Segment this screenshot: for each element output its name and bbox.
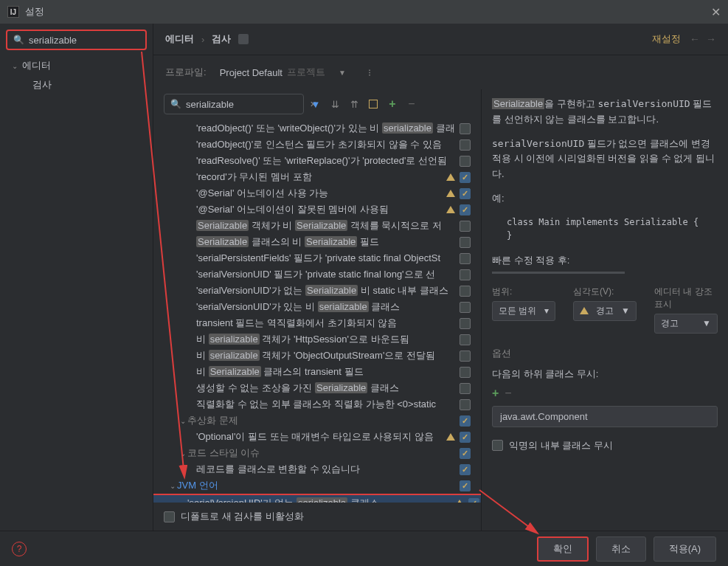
highlight-label: 에디터 내 강조표시	[654, 286, 718, 311]
tree-row-label: 'Optional'이 필드 또는 매개변수 타입으로 사용되지 않음	[196, 430, 446, 444]
tree-row[interactable]: '@Serial' 어노데이션이 잘못된 멤버에 사용됨	[153, 201, 481, 218]
checkbox[interactable]	[492, 440, 503, 451]
sidebar-search[interactable]: 🔍 ✕	[6, 30, 147, 50]
severity-dropdown[interactable]: 경고 ▼	[573, 301, 637, 321]
tree-row[interactable]: '@Serial' 어노데이션 사용 가능	[153, 185, 481, 201]
inspection-search[interactable]: 🔍 ✕	[164, 94, 304, 114]
breadcrumb-inspection: 검사	[212, 32, 231, 46]
search-icon: 🔍	[170, 99, 181, 109]
checkbox[interactable]	[460, 318, 471, 329]
footer: ? 확인 취소 적용(A)	[0, 531, 728, 566]
profile-name: Project Default	[220, 67, 282, 78]
add-class-button[interactable]: +	[492, 387, 499, 400]
tree-row[interactable]: Serializable 클래스의 비 Serializable 필드	[153, 234, 481, 250]
warning-icon	[455, 500, 464, 503]
checkbox[interactable]	[460, 156, 471, 167]
checkbox[interactable]	[164, 511, 175, 522]
checkbox[interactable]	[460, 123, 471, 134]
highlight-dropdown[interactable]: 경고 ▼	[654, 314, 718, 334]
checkbox[interactable]	[460, 464, 471, 475]
sidebar-search-input[interactable]	[29, 35, 153, 46]
tree-row[interactable]: 'readObject()' 또는 'writeObject()'가 있는 비 …	[153, 120, 481, 137]
class-list-input[interactable]	[492, 406, 718, 427]
ok-button[interactable]: 확인	[537, 536, 589, 562]
tree-row[interactable]: 'readObject()'로 인스턴스 필드가 초기화되지 않을 수 있음	[153, 137, 481, 153]
checkbox[interactable]	[460, 269, 471, 280]
tree-row[interactable]: 'serialPersistentFields' 필드가 'private st…	[153, 250, 481, 266]
warning-icon	[446, 190, 455, 197]
checkbox[interactable]	[460, 237, 471, 248]
checkbox[interactable]	[460, 334, 471, 345]
checkbox[interactable]	[460, 302, 471, 313]
scope-dropdown[interactable]: 모든 범위 ▾	[492, 301, 555, 321]
reset-link[interactable]: 재설정	[652, 32, 681, 46]
scope-label: 범위:	[492, 286, 555, 298]
inspection-tree[interactable]: 'readObject()' 또는 'writeObject()'가 있는 비 …	[153, 119, 481, 503]
tree-row[interactable]: 레코드를 클래스로 변환할 수 있습니다	[153, 461, 481, 477]
tree-row[interactable]: 직렬화할 수 없는 외부 클래스와 직렬화 가능한 <0>static	[153, 396, 481, 413]
tree-row[interactable]: transient 필드는 역직렬화에서 초기화되지 않음	[153, 315, 481, 331]
expand-all-icon[interactable]: ⇊	[327, 97, 342, 111]
tree-row[interactable]: 생성할 수 없는 조상을 가진 Serializable 클래스	[153, 380, 481, 396]
tree-row[interactable]: 'readResolve()' 또는 'writeReplace()'가 'pr…	[153, 153, 481, 169]
minus-icon[interactable]: −	[404, 97, 419, 111]
checkbox[interactable]	[460, 172, 471, 183]
checkbox[interactable]	[460, 480, 471, 491]
sidebar-item-inspection[interactable]: 검사	[0, 75, 153, 94]
chevron-down-icon: ▼	[339, 69, 346, 77]
checkbox[interactable]	[468, 498, 479, 503]
tree-row[interactable]: 'serialVersionUID'가 있는 비 serializable 클래…	[153, 299, 481, 315]
checkbox[interactable]	[460, 188, 471, 199]
profile-select[interactable]: Project Default 프로젝트 ▼	[214, 63, 352, 82]
tree-row-label: 'serialVersionUID'가 없는 Serializable 비 st…	[196, 284, 460, 297]
checkbox[interactable]	[460, 253, 471, 264]
tree-row-selected[interactable]: 'serialVersionUID'가 없는 serializable 클래스	[153, 494, 481, 503]
warning-icon	[580, 307, 589, 314]
collapse-all-icon[interactable]: ⇈	[347, 97, 361, 111]
checkbox[interactable]	[460, 367, 471, 378]
checkbox[interactable]	[460, 432, 471, 443]
breadcrumb-editor[interactable]: 에디터	[165, 32, 194, 46]
checkbox[interactable]	[460, 448, 471, 459]
checkbox[interactable]	[460, 286, 471, 297]
apply-button[interactable]: 적용(A)	[654, 536, 716, 562]
tree-row[interactable]: Serializable 객체가 비 Serializable 객체를 묵시적으…	[153, 218, 481, 234]
nav-back-icon[interactable]: ←	[690, 33, 700, 45]
nav-forward-icon[interactable]: →	[706, 33, 716, 45]
help-icon[interactable]: ?	[12, 542, 27, 556]
tree-row[interactable]: 비 Serializable 클래스의 transient 필드	[153, 364, 481, 380]
tree-row[interactable]: 'serialVersionUID'가 없는 Serializable 비 st…	[153, 283, 481, 299]
tree-row-label: 'serialVersionUID'가 없는 serializable 클래스	[187, 497, 455, 503]
tree-row-label: 생성할 수 없는 조상을 가진 Serializable 클래스	[196, 382, 460, 395]
checkbox[interactable]	[460, 139, 471, 151]
plus-icon[interactable]: +	[385, 97, 400, 111]
checkbox[interactable]	[460, 383, 471, 394]
category-label: 코드 스타일 이슈	[187, 446, 460, 460]
checkbox[interactable]	[460, 221, 471, 232]
remove-class-button[interactable]: −	[505, 387, 511, 400]
severity-value: 경고	[596, 305, 614, 317]
close-icon[interactable]: ✕	[711, 5, 721, 19]
search-icon: 🔍	[13, 35, 24, 45]
checkbox[interactable]	[460, 204, 471, 215]
tree-category-codestyle[interactable]: ⌄ 코드 스타일 이슈	[153, 445, 481, 461]
tree-row-label: transient 필드는 역직렬화에서 초기화되지 않음	[196, 317, 460, 330]
tree-row[interactable]: 'Optional'이 필드 또는 매개변수 타입으로 사용되지 않음	[153, 429, 481, 445]
tree-row[interactable]: 'record'가 무시된 멤버 포함	[153, 169, 481, 185]
filter-icon[interactable]: ▼	[308, 97, 323, 111]
breadcrumb-bar: 에디터 › 검사 재설정 ← →	[153, 24, 728, 55]
checkbox[interactable]	[460, 415, 471, 427]
checkbox[interactable]	[460, 351, 471, 362]
checkbox[interactable]	[460, 399, 471, 410]
tree-row[interactable]: 비 serializable 객체가 'HttpSession'으로 바운드됨	[153, 331, 481, 348]
inspection-search-input[interactable]	[186, 99, 310, 110]
ignore-subclass-label: 다음의 하위 클래스 무시:	[492, 367, 718, 381]
tree-row[interactable]: 비 serializable 객체가 'ObjectOutputStream'으…	[153, 348, 481, 364]
cancel-button[interactable]: 취소	[596, 536, 646, 562]
sidebar-item-editor[interactable]: ⌄ 에디터	[0, 56, 153, 75]
tree-category-abstraction[interactable]: ⌄ 추상화 문제	[153, 413, 481, 429]
tree-row[interactable]: 'serialVersionUID' 필드가 'private static f…	[153, 266, 481, 283]
gear-icon[interactable]: ⁝	[368, 67, 371, 78]
tree-category-jvm[interactable]: ⌄ JVM 언어	[153, 477, 481, 494]
highlight-icon[interactable]	[366, 97, 381, 111]
